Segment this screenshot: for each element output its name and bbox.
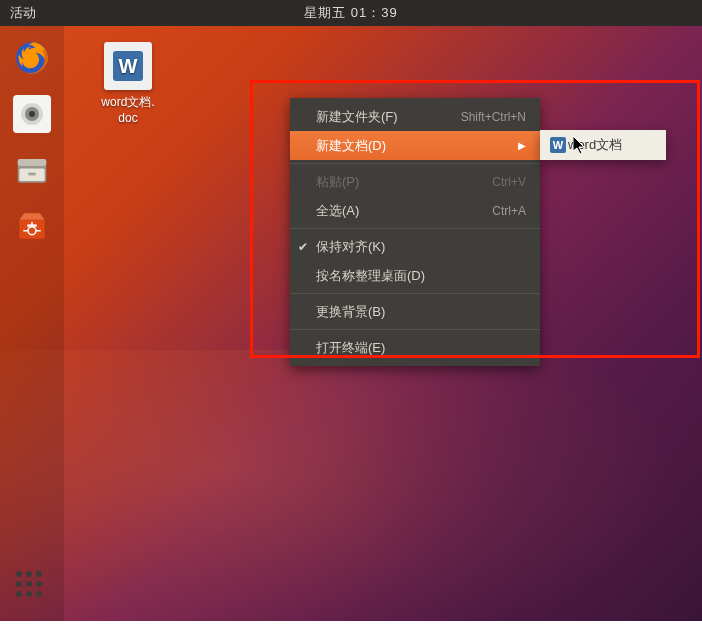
- software-icon: [13, 207, 51, 245]
- desktop[interactable]: 活动 星期五 01：39: [0, 0, 702, 621]
- desktop-file-word-doc[interactable]: W word文档. doc: [88, 42, 168, 125]
- dock: [0, 26, 64, 621]
- menu-item-organize-by-name[interactable]: 按名称整理桌面(D): [290, 261, 540, 290]
- menu-item-open-terminal[interactable]: 打开终端(E): [290, 333, 540, 362]
- activities-button[interactable]: 活动: [0, 4, 46, 22]
- menu-item-keep-aligned[interactable]: ✔ 保持对齐(K): [290, 232, 540, 261]
- svg-rect-5: [18, 159, 47, 166]
- dock-app-rhythmbox[interactable]: [10, 92, 54, 136]
- menu-separator: [290, 163, 540, 164]
- check-icon: ✔: [298, 240, 308, 254]
- desktop-context-menu: 新建文件夹(F) Shift+Ctrl+N 新建文档(D) ▶ 粘贴(P) Ct…: [290, 98, 540, 366]
- speaker-icon: [13, 95, 51, 133]
- menu-separator: [290, 329, 540, 330]
- dock-app-firefox[interactable]: [10, 36, 54, 80]
- menu-item-new-document[interactable]: 新建文档(D) ▶: [290, 131, 540, 160]
- menu-separator: [290, 228, 540, 229]
- clock[interactable]: 星期五 01：39: [304, 4, 398, 22]
- menu-item-change-background[interactable]: 更换背景(B): [290, 297, 540, 326]
- files-icon: [13, 151, 51, 189]
- firefox-icon: [13, 39, 51, 77]
- submenu-item-label: word文档: [568, 136, 622, 154]
- menu-item-new-folder[interactable]: 新建文件夹(F) Shift+Ctrl+N: [290, 102, 540, 131]
- submenu-item-word-doc[interactable]: W word文档: [540, 133, 666, 157]
- word-doc-icon: W: [104, 42, 152, 90]
- dock-app-files[interactable]: [10, 148, 54, 192]
- top-bar: 活动 星期五 01：39: [0, 0, 702, 26]
- svg-point-3: [29, 111, 35, 117]
- desktop-file-label: word文档. doc: [88, 94, 168, 125]
- menu-item-paste: 粘贴(P) Ctrl+V: [290, 167, 540, 196]
- menu-separator: [290, 293, 540, 294]
- svg-rect-7: [28, 172, 36, 175]
- word-icon: W: [550, 137, 566, 153]
- new-document-submenu: W word文档: [540, 130, 666, 160]
- menu-item-select-all[interactable]: 全选(A) Ctrl+A: [290, 196, 540, 225]
- submenu-arrow-icon: ▶: [518, 140, 526, 151]
- dock-app-software[interactable]: [10, 204, 54, 248]
- show-apps-button[interactable]: [16, 571, 48, 603]
